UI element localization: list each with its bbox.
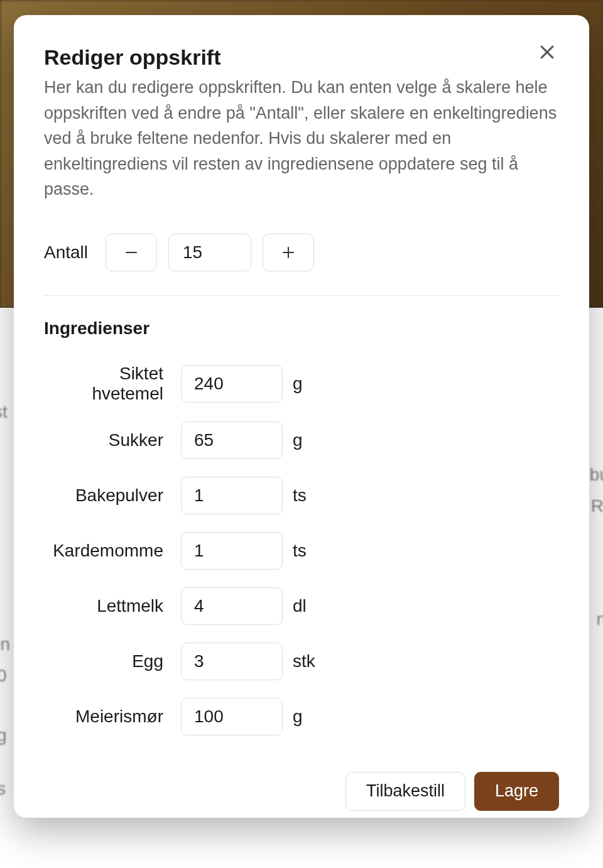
ingredient-input[interactable]: [181, 477, 283, 514]
ingredients-title: Ingredienser: [44, 318, 559, 339]
bg-text: en: [0, 634, 10, 654]
ingredient-unit: stk: [293, 651, 315, 671]
close-button[interactable]: [535, 40, 559, 66]
bg-text: g: [0, 725, 7, 746]
ingredient-unit: g: [293, 707, 303, 727]
ingredients-list: Siktet hvetemelgSukkergBakepulvertsKarde…: [44, 364, 559, 753]
ingredient-input[interactable]: [181, 365, 283, 403]
minus-icon: [124, 245, 139, 260]
modal-title: Rediger oppskrift: [44, 45, 220, 70]
ingredient-row: Meierismørg: [44, 698, 559, 735]
ingredient-label: Sukker: [44, 430, 181, 450]
bg-text: s: [0, 779, 6, 799]
ingredient-row: Eggstk: [44, 643, 559, 680]
bg-text: bu: [590, 465, 603, 485]
divider: [44, 295, 559, 296]
bg-text: st: [0, 402, 8, 422]
save-button[interactable]: Lagre: [474, 772, 559, 811]
bg-text: Rø: [591, 496, 603, 516]
ingredient-label: Egg: [44, 651, 181, 671]
bg-text: 0: [0, 666, 7, 686]
modal-footer: Tilbakestill Lagre: [44, 753, 559, 811]
ingredient-row: Siktet hvetemelg: [44, 364, 559, 404]
ingredient-label: Meierismør: [44, 707, 181, 727]
ingredient-unit: ts: [293, 486, 307, 506]
quantity-label: Antall: [44, 242, 88, 263]
ingredient-unit: g: [293, 374, 303, 394]
ingredient-input[interactable]: [181, 532, 283, 570]
edit-recipe-modal: Rediger oppskrift Her kan du redigere op…: [14, 15, 589, 818]
quantity-input[interactable]: [168, 234, 251, 271]
ingredient-row: Bakepulverts: [44, 477, 559, 514]
ingredient-input[interactable]: [181, 698, 283, 735]
quantity-stepper: Antall: [44, 234, 559, 271]
ingredient-unit: ts: [293, 541, 307, 561]
modal-header: Rediger oppskrift: [44, 45, 559, 70]
increment-button[interactable]: [263, 234, 314, 271]
reset-button[interactable]: Tilbakestill: [345, 772, 465, 811]
ingredient-input[interactable]: [181, 643, 283, 680]
ingredient-unit: dl: [293, 596, 307, 616]
ingredient-row: Lettmelkdl: [44, 587, 559, 625]
ingredient-row: Kardemommets: [44, 532, 559, 570]
close-icon: [538, 43, 557, 62]
plus-icon: [281, 245, 296, 260]
ingredient-row: Sukkerg: [44, 421, 559, 459]
ingredient-input[interactable]: [181, 587, 283, 625]
ingredient-label: Lettmelk: [44, 596, 181, 616]
bg-text: n: [596, 609, 603, 629]
ingredient-input[interactable]: [181, 421, 283, 459]
ingredient-label: Kardemomme: [44, 541, 181, 561]
ingredient-label: Siktet hvetemel: [44, 364, 181, 404]
ingredient-label: Bakepulver: [44, 486, 181, 506]
decrement-button[interactable]: [106, 234, 157, 271]
ingredient-unit: g: [293, 430, 303, 450]
modal-description: Her kan du redigere oppskriften. Du kan …: [44, 75, 559, 202]
